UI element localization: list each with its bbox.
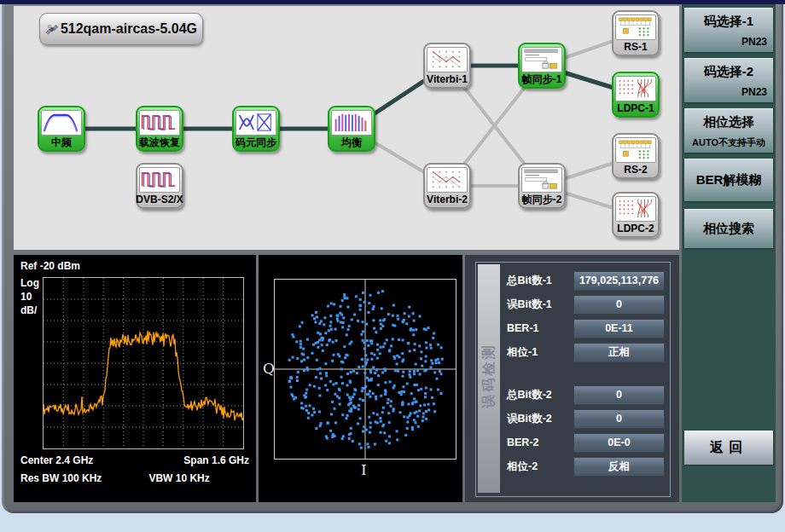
spectrum-scale-label: 10 (20, 291, 32, 303)
ber-row: 总Bit数-1 179,025,113,776 (507, 271, 665, 290)
trellis-icon (427, 47, 468, 72)
spectrum-unit-label: dB/ (20, 304, 37, 316)
ldpc-graph-icon (615, 76, 656, 101)
ber-row: BER-2 0E-0 (507, 433, 665, 452)
diagram-node-dvb-s2x[interactable]: DVB-S2/X (136, 163, 183, 209)
ber-row: BER-1 0E-11 (507, 319, 665, 338)
spectrum-log-label: Log (20, 277, 39, 289)
ber-rows: 总Bit数-1 179,025,113,776 误Bit数-1 0 BER-1 … (507, 271, 665, 481)
spectrum-vbw-label: VBW 10 KHz (148, 472, 209, 484)
ldpc-graph-icon (615, 196, 656, 222)
eye-diagram-icon (236, 110, 276, 136)
bandpass-icon (41, 110, 82, 136)
signal-title-label: 512qam-aircas-5.04G (61, 21, 197, 37)
app-window: 512qam-aircas-5.04G 中频 载波恢复 码元同步 均衡 DVB-… (2, 4, 783, 513)
spectrum-rbw-label: Res BW 100 KHz (20, 472, 102, 484)
ber-row: 误Bit数-1 0 (507, 295, 665, 314)
ber-row-value: 0 (573, 295, 665, 315)
ber-row-value: 0E-0 (573, 433, 665, 453)
ber-row: 相位-2 反相 (507, 457, 665, 476)
ber-row: 相位-1 正相 (507, 343, 665, 361)
trellis-icon (427, 167, 468, 193)
squarewave-icon (139, 167, 180, 193)
sidebar-button-code-select-2[interactable]: 码选择-2 PN23 (684, 58, 773, 102)
ber-row-value: 0 (573, 385, 665, 405)
satellite-icon (45, 18, 59, 41)
diagram-node-frame-sync-1[interactable]: 帧同步-1 (518, 43, 566, 89)
sidebar: 码选择-1 PN23 码选择-2 PN23 相位选择 AUTO不支持手动 BER… (682, 4, 776, 502)
ber-row-value: 正相 (573, 343, 665, 362)
back-button[interactable]: 返回 (684, 431, 773, 465)
sidebar-button-phase-search[interactable]: 相位搜索 (684, 209, 773, 248)
ber-row-label: 误Bit数-1 (507, 298, 573, 312)
rs-code-icon (615, 14, 656, 40)
diagram-node-rs-1[interactable]: RS-1 (612, 10, 660, 56)
ber-row-value: 0E-11 (573, 319, 665, 338)
ber-group-label: 误码检测 (480, 333, 498, 419)
ber-row-label: BER-2 (507, 437, 573, 448)
diagram-node-viterbi-1[interactable]: Viterbi-1 (423, 43, 471, 89)
sidebar-button-phase-select[interactable]: 相位选择 AUTO不支持手动 (684, 108, 773, 153)
diagram-node-viterbi-2[interactable]: Viterbi-2 (423, 163, 471, 209)
ber-panel: 误码检测 总Bit数-1 179,025,113,776 误Bit数-1 0 B… (465, 255, 679, 502)
constellation-panel: Q I (259, 255, 462, 502)
ber-row-label: BER-1 (507, 322, 573, 334)
spectrum-ref-label: Ref -20 dBm (20, 260, 80, 272)
constellation-q-axis-label: Q (263, 360, 275, 377)
ber-row-label: 相位-2 (507, 460, 573, 474)
rs-code-icon (615, 137, 656, 163)
spectrum-span-label: Span 1.6 GHz (183, 454, 249, 466)
spectrum-center-label: Center 2.4 GHz (20, 454, 93, 466)
signal-chain-diagram: 512qam-aircas-5.04G 中频 载波恢复 码元同步 均衡 DVB-… (14, 6, 679, 250)
diagram-node-carrier-recovery[interactable]: 载波恢复 (136, 106, 183, 152)
squarewave-icon (139, 110, 180, 136)
diagram-node-ldpc-1[interactable]: LDPC-1 (612, 72, 660, 118)
ber-row-value: 179,025,113,776 (573, 271, 665, 291)
spectrum-panel: Ref -20 dBm Log 10 dB/ Center 2.4 GHz Sp… (14, 255, 256, 502)
frame-sync-icon (521, 47, 562, 72)
diagram-node-if[interactable]: 中频 (38, 106, 85, 152)
diagram-node-rs-2[interactable]: RS-2 (612, 133, 660, 179)
sidebar-button-code-select-1[interactable]: 码选择-1 PN23 (684, 8, 773, 52)
spectrum-plot (43, 277, 244, 449)
sidebar-button-ber-deambiguity[interactable]: BER解模糊 (684, 159, 773, 201)
ber-row: 总Bit数-2 0 (507, 385, 665, 404)
signal-title-button[interactable]: 512qam-aircas-5.04G (39, 13, 203, 45)
spectrum-bars-icon (331, 110, 372, 136)
ber-row: 误Bit数-2 0 (507, 409, 665, 428)
ber-row-label: 总Bit数-1 (507, 274, 573, 288)
ber-row-value: 0 (573, 409, 665, 429)
ber-row-label: 总Bit数-2 (507, 388, 573, 402)
frame-sync-icon (521, 167, 562, 193)
diagram-node-ldpc-2[interactable]: LDPC-2 (612, 192, 660, 238)
constellation-plot (274, 279, 456, 460)
diagram-node-equalizer[interactable]: 均衡 (328, 106, 375, 152)
ber-group-box: 误码检测 总Bit数-1 179,025,113,776 误Bit数-1 0 B… (475, 262, 671, 497)
ber-row-value: 反相 (573, 457, 665, 477)
ber-group-sidebar: 误码检测 (478, 264, 500, 493)
diagram-node-frame-sync-2[interactable]: 帧同步-2 (518, 163, 566, 209)
constellation-i-axis-label: I (361, 461, 367, 478)
diagram-node-symbol-sync[interactable]: 码元同步 (232, 106, 280, 152)
ber-row-label: 相位-1 (507, 345, 573, 360)
ber-row-label: 误Bit数-2 (507, 412, 573, 426)
